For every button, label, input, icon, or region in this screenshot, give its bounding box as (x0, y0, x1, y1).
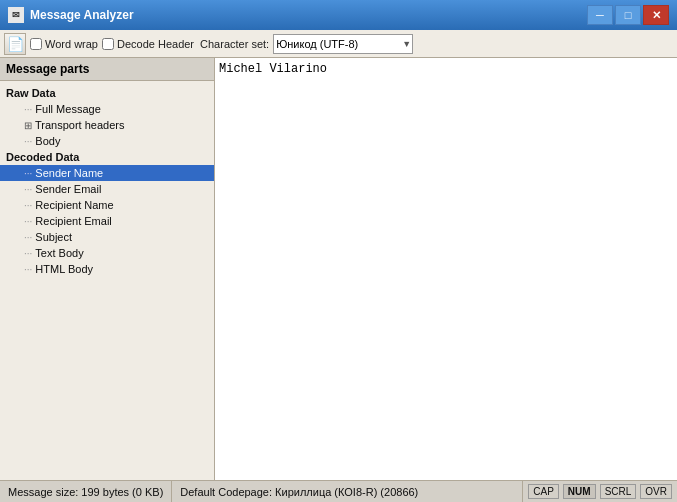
dot-line-icon: ··· (24, 168, 32, 179)
text-body-label: Text Body (35, 247, 83, 259)
status-bar: Message size: 199 bytes (0 KB) Default C… (0, 480, 677, 502)
html-body-label: HTML Body (35, 263, 93, 275)
left-panel: Message parts Raw Data ··· Full Message … (0, 58, 215, 480)
dot-line-icon: ··· (24, 216, 32, 227)
num-badge: NUM (563, 484, 596, 499)
word-wrap-label[interactable]: Word wrap (45, 38, 98, 50)
status-badges: CAP NUM SCRL OVR (523, 484, 677, 499)
full-message-label: Full Message (35, 103, 100, 115)
dot-line-icon: ··· (24, 136, 32, 147)
title-bar-left: ✉ Message Analyzer (8, 7, 134, 23)
tree-item-sender-name[interactable]: ··· Sender Name (0, 165, 214, 181)
dot-line-icon: ··· (24, 232, 32, 243)
title-bar: ✉ Message Analyzer ─ □ ✕ (0, 0, 677, 30)
raw-data-section: Raw Data (0, 85, 214, 101)
dot-line-icon: ··· (24, 104, 32, 115)
transport-headers-label: Transport headers (35, 119, 124, 131)
tree-item-text-body[interactable]: ··· Text Body (0, 245, 214, 261)
content-text: Michel Vilarino (219, 62, 327, 76)
message-size-text: Message size: 199 bytes (0 KB) (8, 486, 163, 498)
tree-item-full-message[interactable]: ··· Full Message (0, 101, 214, 117)
codepage-text: Default Codepage: Кириллица (КОI8-R) (20… (180, 486, 418, 498)
char-set-label: Character set: (200, 38, 269, 50)
tree-item-transport-headers[interactable]: ⊞ Transport headers (0, 117, 214, 133)
tree-container: Raw Data ··· Full Message ⊞ Transport he… (0, 81, 214, 480)
dot-line-icon: ··· (24, 264, 32, 275)
scrl-badge: SCRL (600, 484, 637, 499)
recipient-email-label: Recipient Email (35, 215, 111, 227)
dot-line-icon: ··· (24, 184, 32, 195)
window-controls: ─ □ ✕ (587, 5, 669, 25)
tree-item-html-body[interactable]: ··· HTML Body (0, 261, 214, 277)
subject-label: Subject (35, 231, 72, 243)
tree-item-body[interactable]: ··· Body (0, 133, 214, 149)
panel-header: Message parts (0, 58, 214, 81)
cap-badge: CAP (528, 484, 559, 499)
expand-icon: ⊞ (24, 120, 32, 131)
status-codepage: Default Codepage: Кириллица (КОI8-R) (20… (172, 481, 523, 502)
main-content: Message parts Raw Data ··· Full Message … (0, 58, 677, 480)
maximize-button[interactable]: □ (615, 5, 641, 25)
toolbar: 📄 Word wrap Decode Header Character set:… (0, 30, 677, 58)
word-wrap-checkbox[interactable] (30, 38, 42, 50)
sender-name-label: Sender Name (35, 167, 103, 179)
minimize-button[interactable]: ─ (587, 5, 613, 25)
sender-email-label: Sender Email (35, 183, 101, 195)
close-button[interactable]: ✕ (643, 5, 669, 25)
char-set-select[interactable]: Юникод (UTF-8) КОI8-R Windows-1251 (273, 34, 413, 54)
decode-header-group: Decode Header (102, 38, 194, 50)
dot-line-icon: ··· (24, 200, 32, 211)
ovr-badge: OVR (640, 484, 672, 499)
app-icon: ✉ (8, 7, 24, 23)
decode-header-label[interactable]: Decode Header (117, 38, 194, 50)
tree-item-recipient-name[interactable]: ··· Recipient Name (0, 197, 214, 213)
tree-item-subject[interactable]: ··· Subject (0, 229, 214, 245)
tree-item-sender-email[interactable]: ··· Sender Email (0, 181, 214, 197)
body-label: Body (35, 135, 60, 147)
recipient-name-label: Recipient Name (35, 199, 113, 211)
window-title: Message Analyzer (30, 8, 134, 22)
word-wrap-group: Word wrap (30, 38, 98, 50)
tree-item-recipient-email[interactable]: ··· Recipient Email (0, 213, 214, 229)
dot-line-icon: ··· (24, 248, 32, 259)
toolbar-file-icon: 📄 (7, 36, 24, 52)
toolbar-icon-button[interactable]: 📄 (4, 33, 26, 55)
char-set-wrapper: Юникод (UTF-8) КОI8-R Windows-1251 ▼ (273, 34, 413, 54)
status-message-size: Message size: 199 bytes (0 KB) (0, 481, 172, 502)
decoded-data-section: Decoded Data (0, 149, 214, 165)
right-panel[interactable]: Michel Vilarino (215, 58, 677, 480)
decode-header-checkbox[interactable] (102, 38, 114, 50)
